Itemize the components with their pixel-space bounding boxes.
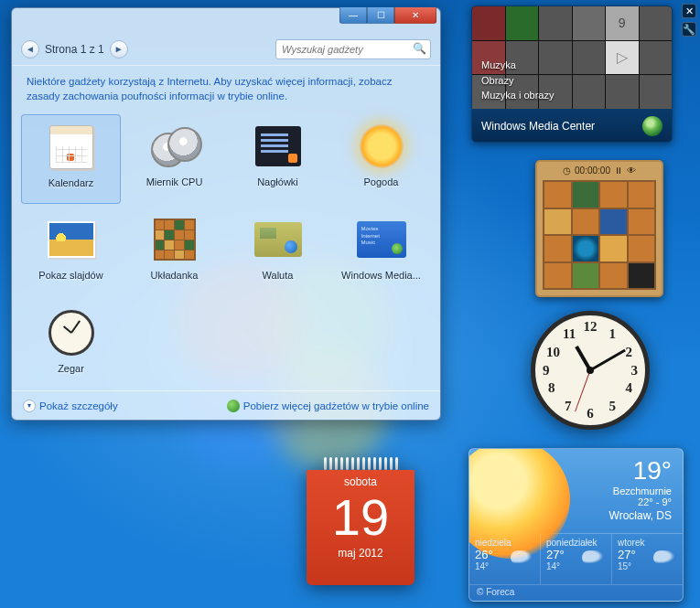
calendar-month-year: maj 2012 (338, 547, 382, 560)
cpu-meter-icon (151, 127, 199, 165)
slideshow-icon (48, 221, 95, 258)
weather-condition: Bezchmurnie (561, 485, 672, 496)
search-icon[interactable]: 🔍 (413, 42, 426, 55)
clock-gadget[interactable]: 12 1 2 3 4 5 6 7 8 9 10 11 (531, 311, 650, 430)
cloud-icon (511, 550, 534, 565)
gadget-ukladanka[interactable]: Układanka (124, 208, 224, 297)
weather-current: 19° Bezchmurnie 22° - 9° Wrocław, DS (561, 449, 683, 533)
gadget-gallery-window: — ☐ ✕ ◄ Strona 1 z 1 ► 🔍 Niektóre gadżet… (11, 7, 441, 421)
puzzle-toolbar: ◷ 00:00:00 ⏸ 👁 (537, 162, 662, 178)
forecast-day-1: poniedziałek 27° 14° (541, 534, 612, 584)
wmc-footer: Windows Media Center (472, 109, 672, 143)
cloud-icon (653, 550, 677, 565)
wmc-category-labels: Muzyka Obrazy Muzyka i obrazy (481, 58, 554, 103)
calendar-rings (307, 457, 415, 470)
puzzle-board[interactable] (543, 180, 656, 290)
sidebar-close-icon[interactable]: ✕ (682, 4, 696, 18)
show-details-toggle[interactable]: ▾ Pokaż szczegóły (23, 400, 118, 412)
cloud-icon (582, 550, 606, 565)
next-page-button[interactable]: ► (110, 40, 128, 59)
minimize-button[interactable]: — (339, 7, 367, 24)
get-more-gadgets-link[interactable]: Pobierz więcej gadżetów w trybie online (227, 400, 429, 412)
calendar-body: sobota 19 maj 2012 (307, 470, 415, 585)
minute-hand (589, 349, 626, 372)
weather-range: 22° - 9° (561, 496, 672, 507)
calendar-day: 19 (332, 492, 389, 543)
calendar-icon (49, 125, 93, 169)
privacy-notice: Niektóre gadżety korzystają z Internetu.… (12, 66, 440, 107)
calendar-weekday: sobota (344, 475, 377, 488)
calendar-gadget[interactable]: sobota 19 maj 2012 (307, 457, 415, 585)
wmc-gadget[interactable]: 9 ▷ Muzyka Obrazy Muzyka i obrazy Window… (471, 5, 673, 143)
headlines-icon (255, 126, 301, 166)
gadget-windows-media[interactable]: MoviesInternetMusic Windows Media... (331, 208, 431, 297)
wmc-title: Windows Media Center (481, 120, 595, 133)
hour-hand (575, 346, 591, 371)
puzzle-hint-icon[interactable]: 👁 (627, 165, 636, 176)
puzzle-timer: 00:00:00 (575, 165, 610, 176)
gadget-kalendarz[interactable]: Kalendarz (21, 114, 121, 204)
puzzle-timer-icon: ◷ (563, 165, 571, 176)
gadget-miernik-cpu[interactable]: Miernik CPU (124, 114, 224, 204)
toolbar: ◄ Strona 1 z 1 ► 🔍 (12, 34, 440, 67)
gadget-pogoda[interactable]: Pogoda (331, 114, 431, 204)
gadget-grid: Kalendarz Miernik CPU Nagłówki Pogoda Po… (12, 107, 440, 390)
weather-location: Wrocław, DS (561, 509, 672, 522)
weather-gadget[interactable]: 19° Bezchmurnie 22° - 9° Wrocław, DS nie… (468, 448, 684, 602)
gallery-footer: ▾ Pokaż szczegóły Pobierz więcej gadżetó… (12, 390, 440, 420)
sidebar-settings-icon[interactable]: 🔧 (682, 22, 696, 37)
maximize-button[interactable]: ☐ (367, 7, 394, 24)
weather-temp: 19° (561, 456, 672, 485)
chevron-down-icon: ▾ (23, 400, 36, 412)
wmc-icon: MoviesInternetMusic (357, 221, 406, 258)
weather-forecast: niedziela 26° 14° poniedziałek 27° 14° w… (469, 533, 683, 584)
titlebar: — ☐ ✕ (12, 8, 440, 34)
clock-face: 12 1 2 3 4 5 6 7 8 9 10 11 (531, 311, 650, 430)
weather-sun-icon (469, 449, 561, 533)
gadget-waluta[interactable]: Waluta (228, 208, 328, 297)
prev-page-button[interactable]: ◄ (21, 40, 39, 59)
puzzle-gadget[interactable]: ◷ 00:00:00 ⏸ 👁 (535, 160, 663, 297)
gadget-zegar[interactable]: Zegar (21, 301, 121, 390)
page-label: Strona 1 z 1 (45, 43, 104, 56)
gadget-pokaz-slajdow[interactable]: Pokaz slajdów (21, 208, 121, 297)
forecast-day-2: wtorek 27° 15° (612, 534, 683, 584)
puzzle-icon (154, 219, 196, 261)
weather-icon (359, 123, 404, 169)
clock-icon (48, 310, 94, 356)
weather-credit: © Foreca (469, 584, 683, 602)
puzzle-pause-icon[interactable]: ⏸ (614, 165, 623, 176)
globe-icon (227, 400, 240, 412)
search-input[interactable] (275, 39, 431, 59)
close-button[interactable]: ✕ (394, 7, 436, 24)
windows-orb-icon (642, 116, 662, 136)
privacy-link[interactable]: zasady zachowania poufności informacji w… (27, 91, 287, 101)
gadget-naglowki[interactable]: Nagłówki (228, 114, 328, 204)
currency-icon (254, 222, 302, 257)
forecast-day-0: niedziela 26° 14° (469, 534, 541, 584)
